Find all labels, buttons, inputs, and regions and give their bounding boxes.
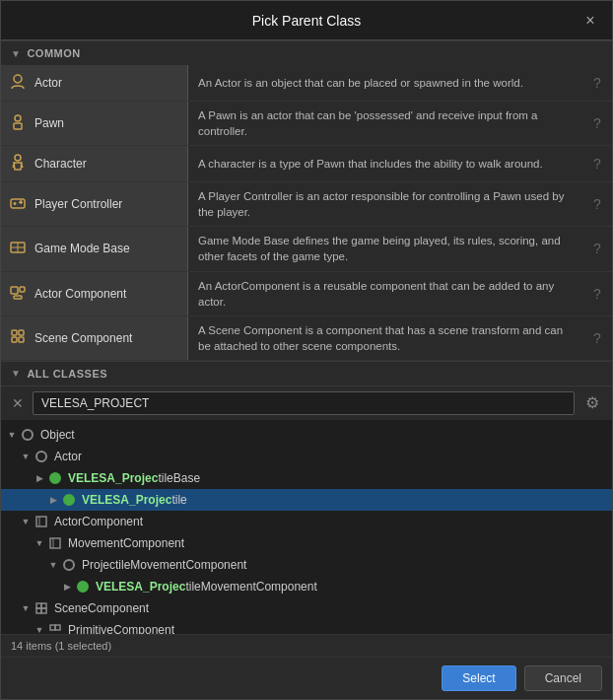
pick-parent-class-window: Pick Parent Class × ▼ COMMON Actor An Ac…: [0, 0, 613, 700]
svg-rect-2: [14, 123, 22, 129]
all-classes-section-arrow: ▼: [11, 368, 21, 379]
tree-expand-primitivecomponent[interactable]: ▼: [33, 625, 46, 634]
tree-icon-scenecomponent-node: [33, 599, 50, 617]
tree-container[interactable]: ▼ Object ▼ Actor ▶: [1, 420, 612, 634]
tree-expand-actor-node[interactable]: ▼: [19, 452, 33, 461]
scene-component-label: Scene Component: [34, 331, 132, 345]
tree-item-velesa-projectile[interactable]: ▶ VELESA_Projectile: [1, 489, 612, 511]
tree-icon-actor-node: [33, 448, 50, 465]
tree-icon-object: [19, 426, 36, 444]
tree-item-projectilemovementcomponent[interactable]: ▼ ProjectileMovementComponent: [1, 554, 612, 576]
game-mode-base-help-icon[interactable]: ?: [582, 227, 612, 270]
actor-component-label: Actor Component: [34, 287, 126, 301]
actor-label: Actor: [34, 76, 62, 90]
pawn-description: A Pawn is an actor that can be 'possesse…: [188, 102, 582, 145]
tree-item-primitivecomponent[interactable]: ▼ PrimitiveComponent: [1, 619, 612, 634]
pawn-button[interactable]: Pawn: [1, 102, 188, 145]
actor-component-button[interactable]: Actor Component: [1, 272, 188, 315]
common-row-player-controller: Player Controller A Player Controller is…: [1, 182, 612, 227]
actor-description: An Actor is an object that can be placed…: [188, 65, 582, 101]
tree-expand-velesa-projectilebase[interactable]: ▶: [33, 473, 46, 483]
tree-icon-velesa-projectilemovementcomponent: [74, 578, 92, 595]
status-bar: 14 items (1 selected): [1, 634, 612, 657]
game-mode-base-description: Game Mode Base defines the game being pl…: [188, 227, 582, 270]
settings-gear-icon[interactable]: ⚙: [580, 391, 604, 415]
tree-item-movementcomponent[interactable]: ▼ MovementComponent: [1, 532, 612, 554]
tree-expand-velesa-projectilemovementcomponent[interactable]: ▶: [60, 582, 74, 592]
tree-item-object[interactable]: ▼ Object: [1, 424, 612, 446]
actor-icon: [9, 73, 27, 94]
tree-item-velesa-projectilemovementcomponent[interactable]: ▶ VELESA_ProjectileMovementComponent: [1, 576, 612, 597]
game-mode-base-button[interactable]: Game Mode Base: [1, 227, 188, 270]
player-controller-label: Player Controller: [34, 197, 122, 211]
tree-label-projectilemovementcomponent: ProjectileMovementComponent: [82, 558, 246, 572]
svg-rect-13: [14, 296, 22, 299]
scene-component-icon: [9, 327, 27, 348]
tree-icon-velesa-projectile: [60, 491, 78, 509]
common-section-arrow: ▼: [11, 48, 21, 59]
close-button[interactable]: ×: [579, 9, 602, 33]
tree-expand-velesa-projectile[interactable]: ▶: [46, 495, 60, 505]
window-title: Pick Parent Class: [252, 13, 361, 29]
tree-label-movementcomponent: MovementComponent: [68, 536, 184, 550]
character-button[interactable]: Character: [1, 146, 188, 181]
svg-point-5: [14, 202, 17, 205]
player-controller-button[interactable]: Player Controller: [1, 182, 188, 226]
character-description: A character is a type of Pawn that inclu…: [188, 146, 582, 181]
actor-component-help-icon[interactable]: ?: [582, 272, 612, 315]
select-button[interactable]: Select: [442, 665, 515, 691]
tree-expand-projectilemovementcomponent[interactable]: ▼: [46, 560, 60, 570]
svg-rect-25: [41, 608, 46, 613]
svg-rect-14: [12, 330, 17, 335]
player-controller-help-icon[interactable]: ?: [582, 182, 612, 226]
actor-component-icon: [9, 283, 27, 304]
character-help-icon[interactable]: ?: [582, 146, 612, 181]
title-bar: Pick Parent Class ×: [1, 1, 612, 40]
status-text: 14 items (1 selected): [11, 640, 111, 652]
svg-rect-27: [55, 625, 60, 630]
player-controller-description: A Player Controller is an actor responsi…: [188, 182, 582, 226]
tree-item-actorcomponent-node[interactable]: ▼ ActorComponent: [1, 511, 612, 532]
tree-expand-actorcomponent-node[interactable]: ▼: [19, 517, 33, 526]
tree-expand-object[interactable]: ▼: [5, 430, 19, 440]
tree-label-actorcomponent-node: ActorComponent: [54, 515, 143, 528]
search-clear-button[interactable]: ✕: [9, 395, 27, 411]
common-section-label: COMMON: [27, 47, 80, 59]
search-input[interactable]: [33, 391, 575, 415]
svg-point-0: [14, 75, 22, 83]
common-row-scene-component: Scene Component A Scene Component is a c…: [1, 316, 612, 361]
cancel-button[interactable]: Cancel: [524, 665, 602, 691]
svg-point-3: [15, 155, 21, 161]
common-row-character: Character A character is a type of Pawn …: [1, 146, 612, 182]
tree-label-primitivecomponent: PrimitiveComponent: [68, 623, 174, 634]
tree-icon-movementcomponent: [46, 534, 64, 552]
character-icon: [9, 154, 27, 175]
tree-item-scenecomponent-node[interactable]: ▼ SceneComponent: [1, 597, 612, 619]
all-classes-section-label: ALL CLASSES: [27, 368, 107, 380]
scene-component-button[interactable]: Scene Component: [1, 316, 188, 360]
tree-label-velesa-projectilemovementcomponent: VELESA_ProjectileMovementComponent: [96, 580, 317, 594]
scene-component-help-icon[interactable]: ?: [582, 316, 612, 360]
svg-point-1: [15, 115, 21, 121]
actor-button[interactable]: Actor: [1, 65, 188, 101]
tree-label-actor-node: Actor: [54, 450, 82, 463]
tree-item-actor-node[interactable]: ▼ Actor: [1, 446, 612, 467]
common-row-game-mode-base: Game Mode Base Game Mode Base defines th…: [1, 227, 612, 271]
scene-component-description: A Scene Component is a component that ha…: [188, 316, 582, 360]
all-classes-section-header[interactable]: ▼ ALL CLASSES: [1, 361, 612, 385]
tree-expand-scenecomponent-node[interactable]: ▼: [19, 603, 33, 613]
actor-help-icon[interactable]: ?: [582, 65, 612, 101]
tree-label-velesa-projectile: VELESA_Projectile: [82, 493, 187, 507]
svg-rect-20: [50, 538, 60, 548]
pawn-label: Pawn: [34, 116, 64, 130]
common-row-pawn: Pawn A Pawn is an actor that can be 'pos…: [1, 102, 612, 146]
tree-item-velesa-projectilebase[interactable]: ▶ VELESA_ProjectileBase: [1, 467, 612, 489]
common-row-actor-component: Actor Component An ActorComponent is a r…: [1, 272, 612, 316]
svg-rect-15: [19, 330, 24, 335]
svg-rect-4: [11, 199, 25, 208]
common-section-header[interactable]: ▼ COMMON: [1, 40, 612, 65]
svg-rect-12: [20, 287, 25, 292]
pawn-help-icon[interactable]: ?: [582, 102, 612, 145]
player-controller-icon: [9, 194, 27, 215]
tree-expand-movementcomponent[interactable]: ▼: [33, 538, 46, 548]
